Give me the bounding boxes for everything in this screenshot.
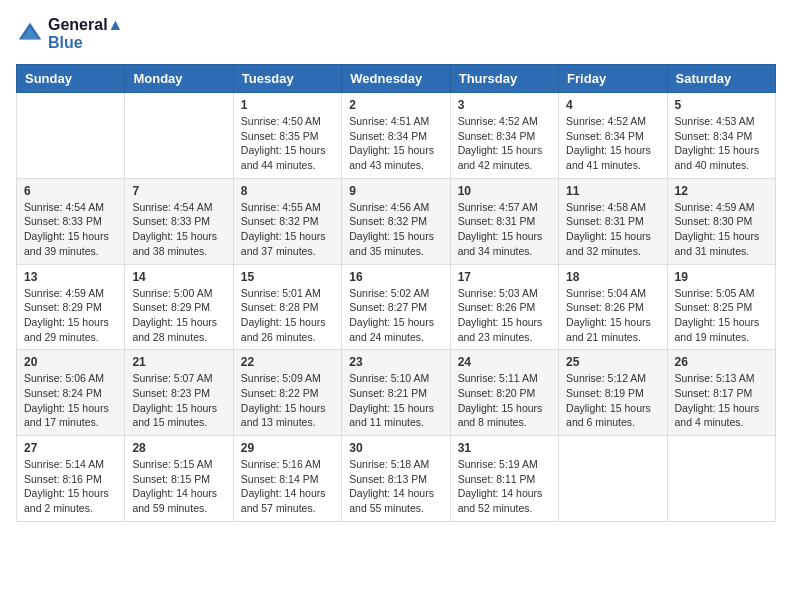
day-info: Sunrise: 4:57 AM Sunset: 8:31 PM Dayligh… xyxy=(458,200,551,259)
day-info: Sunrise: 5:12 AM Sunset: 8:19 PM Dayligh… xyxy=(566,371,659,430)
weekday-header-sunday: Sunday xyxy=(17,65,125,93)
calendar-cell: 12Sunrise: 4:59 AM Sunset: 8:30 PM Dayli… xyxy=(667,178,775,264)
page-header: General▲ Blue xyxy=(16,16,776,52)
day-info: Sunrise: 4:54 AM Sunset: 8:33 PM Dayligh… xyxy=(24,200,117,259)
weekday-header-thursday: Thursday xyxy=(450,65,558,93)
calendar-cell: 9Sunrise: 4:56 AM Sunset: 8:32 PM Daylig… xyxy=(342,178,450,264)
day-number: 25 xyxy=(566,355,659,369)
calendar-cell: 17Sunrise: 5:03 AM Sunset: 8:26 PM Dayli… xyxy=(450,264,558,350)
weekday-header-wednesday: Wednesday xyxy=(342,65,450,93)
calendar-cell: 28Sunrise: 5:15 AM Sunset: 8:15 PM Dayli… xyxy=(125,436,233,522)
calendar-cell xyxy=(125,93,233,179)
calendar-cell xyxy=(667,436,775,522)
day-info: Sunrise: 4:59 AM Sunset: 8:29 PM Dayligh… xyxy=(24,286,117,345)
day-number: 28 xyxy=(132,441,225,455)
day-info: Sunrise: 5:02 AM Sunset: 8:27 PM Dayligh… xyxy=(349,286,442,345)
calendar-week-row: 27Sunrise: 5:14 AM Sunset: 8:16 PM Dayli… xyxy=(17,436,776,522)
day-number: 10 xyxy=(458,184,551,198)
logo-icon xyxy=(16,20,44,48)
calendar-week-row: 13Sunrise: 4:59 AM Sunset: 8:29 PM Dayli… xyxy=(17,264,776,350)
day-number: 7 xyxy=(132,184,225,198)
calendar-cell: 25Sunrise: 5:12 AM Sunset: 8:19 PM Dayli… xyxy=(559,350,667,436)
day-info: Sunrise: 4:55 AM Sunset: 8:32 PM Dayligh… xyxy=(241,200,334,259)
day-number: 19 xyxy=(675,270,768,284)
day-info: Sunrise: 5:16 AM Sunset: 8:14 PM Dayligh… xyxy=(241,457,334,516)
day-info: Sunrise: 5:15 AM Sunset: 8:15 PM Dayligh… xyxy=(132,457,225,516)
day-info: Sunrise: 5:09 AM Sunset: 8:22 PM Dayligh… xyxy=(241,371,334,430)
calendar-week-row: 1Sunrise: 4:50 AM Sunset: 8:35 PM Daylig… xyxy=(17,93,776,179)
calendar-cell: 27Sunrise: 5:14 AM Sunset: 8:16 PM Dayli… xyxy=(17,436,125,522)
calendar-cell: 4Sunrise: 4:52 AM Sunset: 8:34 PM Daylig… xyxy=(559,93,667,179)
day-number: 8 xyxy=(241,184,334,198)
day-info: Sunrise: 5:04 AM Sunset: 8:26 PM Dayligh… xyxy=(566,286,659,345)
day-number: 31 xyxy=(458,441,551,455)
calendar-cell: 7Sunrise: 4:54 AM Sunset: 8:33 PM Daylig… xyxy=(125,178,233,264)
day-number: 9 xyxy=(349,184,442,198)
day-info: Sunrise: 4:58 AM Sunset: 8:31 PM Dayligh… xyxy=(566,200,659,259)
day-number: 4 xyxy=(566,98,659,112)
day-number: 30 xyxy=(349,441,442,455)
day-number: 2 xyxy=(349,98,442,112)
calendar-cell: 18Sunrise: 5:04 AM Sunset: 8:26 PM Dayli… xyxy=(559,264,667,350)
day-info: Sunrise: 5:06 AM Sunset: 8:24 PM Dayligh… xyxy=(24,371,117,430)
calendar-cell: 5Sunrise: 4:53 AM Sunset: 8:34 PM Daylig… xyxy=(667,93,775,179)
day-info: Sunrise: 5:14 AM Sunset: 8:16 PM Dayligh… xyxy=(24,457,117,516)
calendar-cell: 21Sunrise: 5:07 AM Sunset: 8:23 PM Dayli… xyxy=(125,350,233,436)
calendar-cell: 23Sunrise: 5:10 AM Sunset: 8:21 PM Dayli… xyxy=(342,350,450,436)
day-info: Sunrise: 5:07 AM Sunset: 8:23 PM Dayligh… xyxy=(132,371,225,430)
day-number: 6 xyxy=(24,184,117,198)
day-number: 13 xyxy=(24,270,117,284)
day-number: 21 xyxy=(132,355,225,369)
weekday-header-tuesday: Tuesday xyxy=(233,65,341,93)
day-info: Sunrise: 4:52 AM Sunset: 8:34 PM Dayligh… xyxy=(458,114,551,173)
calendar-header-row: SundayMondayTuesdayWednesdayThursdayFrid… xyxy=(17,65,776,93)
logo: General▲ Blue xyxy=(16,16,123,52)
day-info: Sunrise: 5:01 AM Sunset: 8:28 PM Dayligh… xyxy=(241,286,334,345)
day-info: Sunrise: 5:00 AM Sunset: 8:29 PM Dayligh… xyxy=(132,286,225,345)
calendar-cell: 15Sunrise: 5:01 AM Sunset: 8:28 PM Dayli… xyxy=(233,264,341,350)
day-info: Sunrise: 4:53 AM Sunset: 8:34 PM Dayligh… xyxy=(675,114,768,173)
calendar-cell: 11Sunrise: 4:58 AM Sunset: 8:31 PM Dayli… xyxy=(559,178,667,264)
calendar-cell: 31Sunrise: 5:19 AM Sunset: 8:11 PM Dayli… xyxy=(450,436,558,522)
day-number: 15 xyxy=(241,270,334,284)
calendar-cell: 6Sunrise: 4:54 AM Sunset: 8:33 PM Daylig… xyxy=(17,178,125,264)
day-number: 16 xyxy=(349,270,442,284)
day-info: Sunrise: 5:19 AM Sunset: 8:11 PM Dayligh… xyxy=(458,457,551,516)
day-number: 29 xyxy=(241,441,334,455)
day-number: 26 xyxy=(675,355,768,369)
day-number: 11 xyxy=(566,184,659,198)
calendar-cell: 3Sunrise: 4:52 AM Sunset: 8:34 PM Daylig… xyxy=(450,93,558,179)
day-number: 5 xyxy=(675,98,768,112)
calendar-cell: 1Sunrise: 4:50 AM Sunset: 8:35 PM Daylig… xyxy=(233,93,341,179)
day-number: 1 xyxy=(241,98,334,112)
day-info: Sunrise: 4:50 AM Sunset: 8:35 PM Dayligh… xyxy=(241,114,334,173)
calendar-cell: 26Sunrise: 5:13 AM Sunset: 8:17 PM Dayli… xyxy=(667,350,775,436)
day-info: Sunrise: 5:11 AM Sunset: 8:20 PM Dayligh… xyxy=(458,371,551,430)
day-number: 14 xyxy=(132,270,225,284)
calendar-cell: 16Sunrise: 5:02 AM Sunset: 8:27 PM Dayli… xyxy=(342,264,450,350)
calendar-cell xyxy=(559,436,667,522)
day-number: 23 xyxy=(349,355,442,369)
day-info: Sunrise: 4:54 AM Sunset: 8:33 PM Dayligh… xyxy=(132,200,225,259)
day-info: Sunrise: 4:51 AM Sunset: 8:34 PM Dayligh… xyxy=(349,114,442,173)
calendar-cell: 19Sunrise: 5:05 AM Sunset: 8:25 PM Dayli… xyxy=(667,264,775,350)
day-info: Sunrise: 5:10 AM Sunset: 8:21 PM Dayligh… xyxy=(349,371,442,430)
calendar-cell: 13Sunrise: 4:59 AM Sunset: 8:29 PM Dayli… xyxy=(17,264,125,350)
day-info: Sunrise: 5:18 AM Sunset: 8:13 PM Dayligh… xyxy=(349,457,442,516)
day-number: 20 xyxy=(24,355,117,369)
day-info: Sunrise: 5:03 AM Sunset: 8:26 PM Dayligh… xyxy=(458,286,551,345)
weekday-header-saturday: Saturday xyxy=(667,65,775,93)
calendar-cell: 30Sunrise: 5:18 AM Sunset: 8:13 PM Dayli… xyxy=(342,436,450,522)
weekday-header-friday: Friday xyxy=(559,65,667,93)
calendar-cell: 20Sunrise: 5:06 AM Sunset: 8:24 PM Dayli… xyxy=(17,350,125,436)
calendar-cell: 29Sunrise: 5:16 AM Sunset: 8:14 PM Dayli… xyxy=(233,436,341,522)
calendar-cell: 2Sunrise: 4:51 AM Sunset: 8:34 PM Daylig… xyxy=(342,93,450,179)
day-info: Sunrise: 4:52 AM Sunset: 8:34 PM Dayligh… xyxy=(566,114,659,173)
day-info: Sunrise: 4:56 AM Sunset: 8:32 PM Dayligh… xyxy=(349,200,442,259)
calendar-cell: 10Sunrise: 4:57 AM Sunset: 8:31 PM Dayli… xyxy=(450,178,558,264)
day-number: 24 xyxy=(458,355,551,369)
calendar-week-row: 20Sunrise: 5:06 AM Sunset: 8:24 PM Dayli… xyxy=(17,350,776,436)
day-info: Sunrise: 5:05 AM Sunset: 8:25 PM Dayligh… xyxy=(675,286,768,345)
day-info: Sunrise: 5:13 AM Sunset: 8:17 PM Dayligh… xyxy=(675,371,768,430)
day-number: 3 xyxy=(458,98,551,112)
